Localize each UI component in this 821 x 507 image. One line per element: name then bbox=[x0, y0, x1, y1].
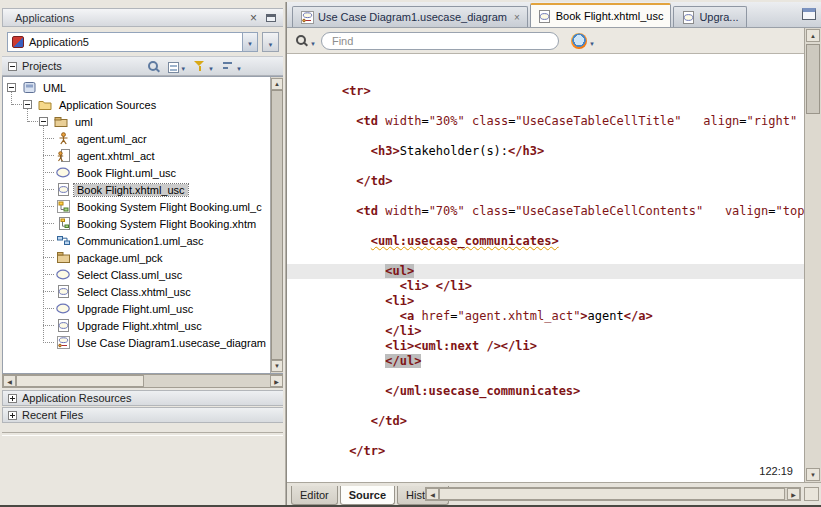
code-line: <h3>Stakeholder(s):</h3> bbox=[287, 144, 804, 159]
collapse-projects-icon[interactable] bbox=[8, 62, 17, 71]
code-token: <li> bbox=[385, 339, 414, 353]
usecase-doc-icon bbox=[538, 10, 552, 23]
code-token: </td> bbox=[356, 174, 392, 188]
actor-icon bbox=[55, 132, 71, 146]
tree-item-agent-xhtml-act[interactable]: agent.xhtml_act bbox=[3, 147, 270, 164]
usecase-doc-icon bbox=[55, 319, 71, 333]
panel-splitter[interactable] bbox=[2, 432, 284, 436]
navigator-menu-button[interactable] bbox=[262, 32, 279, 52]
tree-item-booking-system-flight-booking-uml-c[interactable]: Booking System Flight Booking.uml_c bbox=[3, 198, 270, 215]
tree-item-book-flight-xhtml-usc[interactable]: Book Flight.xhtml_usc bbox=[3, 181, 270, 198]
scrollbar-thumb[interactable] bbox=[806, 44, 820, 114]
find-options-button[interactable] bbox=[295, 32, 316, 50]
scrollbar-thumb[interactable] bbox=[439, 488, 785, 500]
tree-item-label: Select Class.uml_usc bbox=[74, 269, 185, 281]
expander-plus-icon[interactable] bbox=[8, 411, 17, 420]
tree-item-upgrade-flight-uml-usc[interactable]: Upgrade Flight.uml_usc bbox=[3, 300, 270, 317]
window-icon bbox=[266, 14, 276, 22]
scroll-up-icon[interactable] bbox=[806, 29, 820, 42]
close-panel-icon[interactable] bbox=[247, 11, 260, 24]
search-button[interactable] bbox=[147, 60, 160, 73]
code-line: <uml:usecase_communicates> bbox=[287, 234, 804, 249]
expander-minus-icon[interactable] bbox=[39, 117, 48, 126]
usecase-icon bbox=[55, 268, 71, 282]
tree-item-upgrade-flight-xhtml-usc[interactable]: Upgrade Flight.xhtml_usc bbox=[3, 317, 270, 334]
sort-icon bbox=[222, 60, 235, 73]
chevron-down-icon[interactable] bbox=[242, 33, 257, 51]
projects-section-header[interactable]: Projects bbox=[2, 56, 284, 76]
code-token: "UseCaseTableCellContents" bbox=[515, 204, 703, 218]
restore-window-icon[interactable] bbox=[802, 8, 816, 20]
editor-tab-use-case-diagram1-usecase-diagram[interactable]: Use Case Diagram1.usecase_diagram× bbox=[292, 6, 528, 27]
code-token: </a> bbox=[624, 309, 653, 323]
projects-title: Projects bbox=[22, 60, 62, 72]
scrollbar-thumb[interactable] bbox=[16, 375, 144, 387]
editor-tab-book-flight-xhtml-usc[interactable]: Book Flight.xhtml_usc bbox=[530, 3, 672, 27]
expander-plus-icon[interactable] bbox=[8, 394, 17, 403]
view-tab-editor[interactable]: Editor bbox=[291, 486, 338, 505]
code-token: </li> bbox=[436, 279, 472, 293]
scroll-up-icon[interactable] bbox=[271, 78, 283, 90]
filter-button[interactable] bbox=[194, 60, 214, 73]
code-line bbox=[287, 54, 804, 69]
applications-panel-header[interactable]: Applications bbox=[2, 8, 284, 27]
float-panel-icon[interactable] bbox=[264, 11, 277, 24]
sort-button[interactable] bbox=[222, 60, 242, 73]
scroll-left-icon[interactable] bbox=[426, 488, 439, 500]
application-selector-row: Application5 bbox=[7, 32, 279, 52]
code-token: <a bbox=[400, 309, 414, 323]
tree-item-booking-system-flight-booking-xhtm[interactable]: Booking System Flight Booking.xhtm bbox=[3, 215, 270, 232]
code-token: "70%" bbox=[429, 204, 465, 218]
scrollbar-thumb[interactable] bbox=[271, 90, 283, 360]
tree-item-select-class-uml-usc[interactable]: Select Class.uml_usc bbox=[3, 266, 270, 283]
editor-horizontal-scrollbar[interactable] bbox=[425, 487, 801, 501]
tree-item-book-flight-uml-usc[interactable]: Book Flight.uml_usc bbox=[3, 164, 270, 181]
filter-icon bbox=[194, 60, 207, 73]
tree-item-uml[interactable]: uml bbox=[3, 113, 270, 130]
code-token: </tr> bbox=[349, 444, 385, 458]
tree-vertical-scrollbar[interactable] bbox=[270, 77, 283, 373]
code-token bbox=[313, 84, 342, 98]
folder-icon bbox=[37, 98, 53, 112]
code-token: "agent.xhtml_act" bbox=[458, 309, 581, 323]
tree-viewport[interactable]: UMLApplication Sourcesumlagent.uml_acrag… bbox=[3, 77, 270, 373]
expander-minus-icon[interactable] bbox=[7, 83, 16, 92]
scroll-right-icon[interactable] bbox=[270, 375, 283, 387]
tree-item-agent-uml-acr[interactable]: agent.uml_acr bbox=[3, 130, 270, 147]
accordion-label: Recent Files bbox=[22, 409, 83, 421]
accordion-recent-files[interactable]: Recent Files bbox=[2, 407, 284, 423]
view-options-button[interactable] bbox=[168, 61, 186, 73]
tree-item-select-class-xhtml-usc[interactable]: Select Class.xhtml_usc bbox=[3, 283, 270, 300]
expander-minus-icon[interactable] bbox=[23, 100, 32, 109]
scroll-down-icon[interactable] bbox=[271, 360, 283, 372]
code-token: <td bbox=[356, 204, 378, 218]
code-token bbox=[313, 414, 371, 428]
code-line bbox=[287, 99, 804, 114]
find-input[interactable] bbox=[321, 32, 559, 50]
diagram-icon bbox=[55, 200, 71, 214]
tree-item-label: Upgrade Flight.uml_usc bbox=[74, 303, 196, 315]
tree-item-application-sources[interactable]: Application Sources bbox=[3, 96, 270, 113]
tree-item-use-case-diagram1-usecase-diagram[interactable]: Use Case Diagram1.usecase_diagram bbox=[3, 334, 270, 351]
code-token bbox=[313, 444, 349, 458]
close-tab-icon[interactable]: × bbox=[514, 12, 520, 23]
tree-horizontal-scrollbar[interactable] bbox=[2, 374, 284, 388]
view-tab-source[interactable]: Source bbox=[340, 486, 395, 505]
source-editor[interactable]: <tr> <td width="30%" class="UseCaseTable… bbox=[287, 54, 804, 482]
tab-label: Use Case Diagram1.usecase_diagram bbox=[318, 11, 507, 23]
tree-item-package-uml-pck[interactable]: package.uml_pck bbox=[3, 249, 270, 266]
tree-item-uml[interactable]: UML bbox=[3, 79, 270, 96]
editor-vertical-scrollbar[interactable] bbox=[804, 28, 821, 482]
scroll-down-icon[interactable] bbox=[806, 468, 820, 481]
code-token bbox=[313, 324, 385, 338]
accordion-application-resources[interactable]: Application Resources bbox=[2, 390, 284, 406]
tree-item-communication1-uml-asc[interactable]: Communication1.uml_asc bbox=[3, 232, 270, 249]
editor-tab-upgra[interactable]: Upgra... bbox=[673, 6, 746, 27]
tree-item-label: Booking System Flight Booking.uml_c bbox=[74, 201, 265, 213]
scroll-right-icon[interactable] bbox=[787, 488, 800, 500]
scroll-left-icon[interactable] bbox=[3, 375, 16, 387]
browser-preview-button[interactable] bbox=[571, 32, 595, 50]
code-token: agent bbox=[588, 309, 624, 323]
application-selector[interactable]: Application5 bbox=[7, 32, 258, 52]
code-line: <td width="30%" class="UseCaseTableCellT… bbox=[287, 114, 804, 129]
